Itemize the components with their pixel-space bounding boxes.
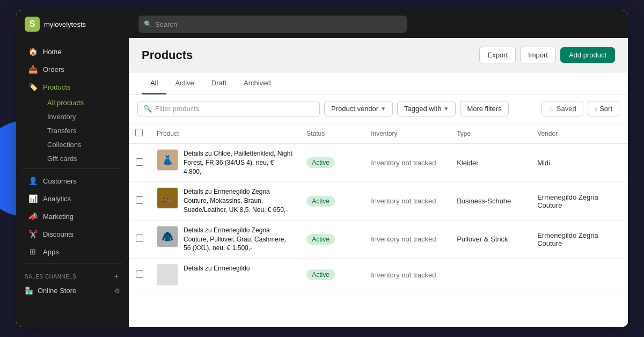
sidebar-item-analytics[interactable]: 📊 Analytics [19,190,126,207]
sidebar: 🏠 Home 📥 Orders 🏷️ Products All products… [16,38,129,327]
product-cell-4: Details zu Ermenegildo [150,259,300,291]
sidebar-item-orders[interactable]: 📥 Orders [19,61,126,78]
row-checkbox-4[interactable] [136,270,143,278]
products-content: 🔍 Product vendor ▼ Tagged with ▼ Mor [129,94,628,327]
row-checkbox-cell [129,259,150,291]
product-type-cell-2: Business-Schuhe [450,182,531,220]
sidebar-item-discounts[interactable]: ✂️ Discounts [19,225,126,243]
table-row[interactable]: 👞 Details zu Ermenegildo Zegna Couture, … [129,182,628,220]
product-name-2: Details zu Ermenegildo Zegna Couture, Mo… [184,187,294,214]
product-thumbnail-4 [157,264,178,285]
sidebar-item-gift-cards[interactable]: Gift cards [43,152,126,165]
sidebar-item-home[interactable]: 🏠 Home [19,43,126,60]
select-all-header [129,123,150,144]
add-channel-icon[interactable]: ＋ [113,272,121,281]
global-search-input[interactable] [155,20,401,28]
add-product-button[interactable]: Add product [560,47,615,63]
row-checkbox-cell [129,220,150,258]
sidebar-item-collections[interactable]: Collections [43,138,126,151]
tab-active[interactable]: Active [166,72,202,94]
table-row[interactable]: 🧥 Details zu Ermenegildo Zegna Couture, … [129,220,628,258]
sidebar-item-customers[interactable]: 👤 Customers [19,172,126,189]
product-type-3: Pullover & Strick [457,235,508,243]
table-row[interactable]: 👗 Details zu Chloé, Paillettenkleid, Nig… [129,144,628,182]
col-header-vendor: Vendor [531,123,628,144]
sidebar-item-online-store[interactable]: 🏪 Online Store ⚙ [16,283,129,298]
channel-settings-icon[interactable]: ⚙ [114,287,120,295]
sidebar-item-inventory[interactable]: Inventory [43,110,126,123]
sidebar-item-all-products[interactable]: All products [43,96,126,109]
top-bar: S mylovelytests 🔍 [16,10,628,38]
product-thumbnail-2: 👞 [157,187,178,209]
saved-filters-button[interactable]: ☆ Saved [541,101,583,116]
product-inventory-cell-3: Inventory not tracked [364,220,450,258]
products-table: Product Status Inventory Type Vendor [129,123,628,291]
import-button[interactable]: Import [520,47,556,63]
product-thumbnail-1: 👗 [157,149,178,171]
row-checkbox-cell [129,182,150,220]
sort-icon: ↕ [595,106,598,112]
sidebar-item-apps[interactable]: ⊞ Apps [19,243,126,260]
store-icon: 🏪 [25,287,33,295]
star-icon: ☆ [548,105,554,113]
sidebar-item-transfers[interactable]: Transfers [43,124,126,137]
main-layout: 🏠 Home 📥 Orders 🏷️ Products All products… [16,38,628,327]
product-cell-3: 🧥 Details zu Ermenegildo Zegna Couture, … [150,220,300,258]
product-name-4: Details zu Ermenegildo [184,264,250,273]
status-badge-2: Active [306,196,335,207]
product-name-1: Details zu Chloé, Paillettenkleid, Night… [184,149,294,176]
filter-search-icon: 🔍 [143,105,152,113]
brand-area: S mylovelytests [25,17,132,32]
product-status-cell-1: Active [300,144,364,182]
shopify-logo: S [25,17,40,32]
col-header-status: Status [300,123,364,144]
tab-all[interactable]: All [142,72,166,94]
global-search-bar[interactable]: 🔍 [138,16,407,33]
inventory-text-2: Inventory not tracked [371,197,436,205]
content-area: Products Export Import Add product All A… [129,38,628,327]
filter-bar: 🔍 Product vendor ▼ Tagged with ▼ Mor [129,94,628,123]
tagged-with-filter-button[interactable]: Tagged with ▼ [397,101,456,116]
col-header-product: Product [150,123,300,144]
sidebar-divider-1 [23,169,122,169]
inventory-text-3: Inventory not tracked [371,235,436,243]
product-type-cell-1: Kleider [450,144,531,182]
select-all-checkbox[interactable] [135,129,143,136]
tab-archived[interactable]: Archived [235,72,280,94]
export-button[interactable]: Export [479,47,516,63]
tabs-bar: All Active Draft Archived [129,72,628,94]
status-badge-4: Active [306,269,335,280]
sidebar-item-products[interactable]: 🏷️ Products [19,78,126,96]
product-type-cell-4 [450,259,531,291]
row-checkbox-1[interactable] [136,158,143,166]
status-badge-3: Active [306,234,335,245]
col-header-inventory: Inventory [364,123,450,144]
page-header: Products Export Import Add product [129,38,628,72]
product-type-1: Kleider [457,159,478,167]
inventory-text-1: Inventory not tracked [371,159,436,167]
sort-button[interactable]: ↕ Sort [588,101,619,116]
product-inventory-cell-1: Inventory not tracked [364,144,450,182]
product-vendor-cell-1: Midi [531,144,628,182]
product-vendor-2: Ermenegildo Zegna Couture [537,193,598,209]
home-icon: 🏠 [28,47,38,56]
analytics-icon: 📊 [28,194,38,203]
status-badge-1: Active [306,157,335,168]
product-vendor-cell-3: Ermenegildo Zegna Couture [531,220,628,258]
table-row[interactable]: Details zu Ermenegildo Active Inventory … [129,259,628,291]
product-vendor-cell-4 [531,259,628,291]
product-thumbnail-3: 🧥 [157,226,178,247]
more-filters-button[interactable]: More filters [460,101,508,116]
product-vendor-3: Ermenegildo Zegna Couture [537,231,598,247]
search-icon: 🔍 [144,20,152,28]
product-vendor-filter-button[interactable]: Product vendor ▼ [324,101,393,116]
row-checkbox-2[interactable] [136,196,143,204]
sidebar-item-marketing[interactable]: 📣 Marketing [19,208,126,225]
product-status-cell-4: Active [300,259,364,291]
tab-draft[interactable]: Draft [203,72,235,94]
marketing-icon: 📣 [28,212,38,221]
row-checkbox-3[interactable] [136,235,143,242]
filter-search-container[interactable]: 🔍 [137,101,320,116]
orders-icon: 📥 [28,65,38,74]
filter-products-input[interactable] [155,105,314,113]
